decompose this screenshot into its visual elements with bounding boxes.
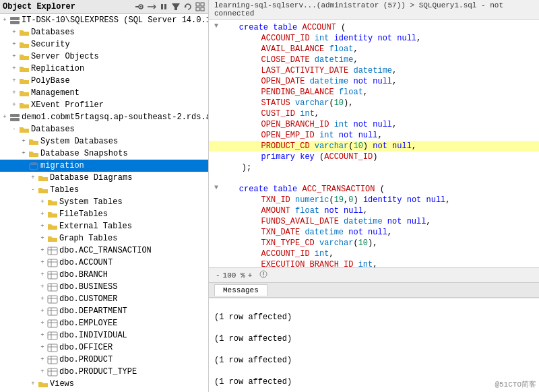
expand-btn[interactable]: + — [28, 379, 38, 389]
code-line: TXN_DATE datetime not null, — [209, 227, 539, 238]
expand-btn[interactable]: + — [38, 319, 47, 328]
tree-item-25[interactable]: + dbo.DEPARTMENT — [0, 305, 208, 317]
expand-btn[interactable]: + — [38, 294, 47, 304]
tree-item-28[interactable]: + dbo.OFFICER — [0, 341, 208, 354]
tree-item-label: dbo.ACC_TRANSACTION — [59, 246, 152, 255]
expand-btn[interactable]: + — [9, 76, 19, 86]
tree-item-27[interactable]: + dbo.INDIVIDUAL — [0, 329, 208, 341]
zoom-increase[interactable]: + — [247, 271, 254, 280]
message-line — [214, 387, 534, 392]
tree-item-14[interactable]: + Database Diagrams — [0, 172, 208, 184]
tree-item-3[interactable]: + Security — [0, 38, 208, 51]
tree-item-19[interactable]: + Graph Tables — [0, 232, 208, 244]
collapse-btn[interactable]: ▼ — [214, 184, 218, 191]
expand-btn[interactable]: + — [38, 197, 47, 207]
status-icon — [259, 269, 268, 281]
tree-item-16[interactable]: + System Tables — [0, 196, 208, 208]
tree-item-12[interactable]: + Database Snapshots — [0, 148, 208, 160]
explorer-toolbar — [134, 1, 205, 12]
expand-btn[interactable]: + — [9, 40, 19, 49]
tree-item-label: Replication — [31, 64, 84, 73]
expand-btn[interactable]: + — [38, 246, 47, 255]
expand-btn[interactable]: + — [9, 88, 19, 98]
folder-icon — [19, 125, 30, 134]
messages-tab[interactable]: Messages — [214, 284, 267, 296]
expand-btn[interactable]: + — [38, 367, 47, 377]
tree-item-20[interactable]: + dbo.ACC_TRANSACTION — [0, 244, 208, 257]
tree-item-17[interactable]: + FileTables — [0, 208, 208, 220]
svg-rect-45 — [48, 332, 57, 339]
code-line: FUNDS_AVAIL_DATE datetime not null, — [209, 216, 539, 227]
expand-btn[interactable]: + — [38, 282, 47, 292]
watermark: @51CTO简客 — [495, 379, 536, 389]
tree-item-11[interactable]: + System Databases — [0, 135, 208, 148]
code-line-content: create table ACC_TRANSACTION ( — [220, 184, 539, 195]
refresh-icon[interactable] — [183, 1, 193, 12]
expand-btn[interactable]: + — [19, 149, 28, 158]
svg-rect-51 — [48, 356, 57, 364]
code-editor[interactable]: ▼ create table ACCOUNT ( ACCOUNT_ID int … — [209, 20, 539, 267]
tree-item-2[interactable]: + Databases — [0, 26, 208, 38]
expand-btn[interactable]: + — [0, 112, 9, 122]
zoom-level: 100 % — [223, 271, 245, 280]
disconnect-icon[interactable] — [146, 1, 157, 12]
zoom-decrease[interactable]: - — [214, 271, 222, 280]
status-bar: - 100 % + — [209, 267, 539, 283]
tree-item-label: Graph Tables — [59, 234, 117, 243]
expand-btn[interactable]: + — [9, 28, 19, 37]
expand-btn[interactable]: + — [38, 234, 47, 243]
collapse-btn[interactable]: ▼ — [214, 22, 218, 30]
expand-btn[interactable]: - — [19, 161, 28, 170]
tree-item-10[interactable]: - Databases — [0, 123, 208, 135]
tree-item-29[interactable]: + dbo.PRODUCT — [0, 354, 208, 366]
expand-btn[interactable]: + — [38, 222, 47, 231]
tree-item-18[interactable]: + External Tables — [0, 220, 208, 232]
expand-btn[interactable]: + — [28, 173, 38, 183]
pause-icon[interactable] — [158, 1, 169, 12]
expand-btn[interactable]: + — [38, 355, 47, 364]
tree-item-23[interactable]: + dbo.BUSINESS — [0, 281, 208, 293]
collapse-icon[interactable] — [195, 1, 205, 12]
tree-item-label: dbo.BRANCH — [59, 270, 108, 280]
filter-icon[interactable] — [170, 1, 181, 12]
expand-btn[interactable]: - — [28, 185, 38, 195]
tree-item-8[interactable]: + XEvent Profiler — [0, 99, 208, 111]
expand-btn[interactable]: + — [38, 331, 47, 340]
expand-btn[interactable]: + — [9, 100, 19, 110]
tree-item-22[interactable]: + dbo.BRANCH — [0, 269, 208, 281]
expand-btn[interactable]: + — [38, 209, 47, 219]
tree-item-label: System Tables — [59, 197, 123, 207]
expand-btn[interactable]: + — [38, 343, 47, 352]
tree-item-6[interactable]: + PolyBase — [0, 75, 208, 87]
tree-item-15[interactable]: - Tables — [0, 184, 208, 196]
tree-item-9[interactable]: + demo1.cobmt5rtagsq.ap-southeast-2.rds.… — [0, 111, 208, 123]
tree-item-4[interactable]: + Server Objects — [0, 51, 208, 63]
code-line-content: STATUS varchar(10), — [222, 98, 539, 108]
tree-item-26[interactable]: + dbo.EMPLOYEE — [0, 317, 208, 329]
tree-item-21[interactable]: + dbo.ACCOUNT — [0, 257, 208, 269]
svg-point-23 — [30, 162, 38, 165]
expand-btn[interactable]: + — [0, 15, 9, 25]
tree-item-label: dbo.INDIVIDUAL — [59, 331, 127, 340]
tree-item-24[interactable]: + dbo.CUSTOMER — [0, 293, 208, 305]
tree-item-1[interactable]: + IT-DSK-10\SQLEXPRESS (SQL Server 14.0.… — [0, 14, 208, 26]
code-line-content: AMOUNT float not null, — [222, 205, 539, 216]
server-icon — [9, 113, 20, 122]
svg-rect-10 — [196, 3, 199, 6]
expand-btn[interactable]: + — [38, 258, 47, 267]
expand-btn[interactable]: + — [38, 306, 47, 316]
tree-item-13[interactable]: - migration — [0, 160, 208, 172]
tree-item-7[interactable]: + Management — [0, 87, 208, 99]
tree-item-5[interactable]: + Replication — [0, 63, 208, 75]
expand-btn[interactable]: - — [9, 125, 19, 134]
message-line: (1 row affected) — [214, 355, 534, 366]
expand-btn[interactable]: + — [38, 270, 47, 280]
expand-btn[interactable]: + — [19, 137, 28, 146]
tree-item-31[interactable]: + Views — [0, 378, 208, 390]
expand-btn[interactable]: + — [9, 64, 19, 73]
svg-point-21 — [17, 119, 18, 120]
tree-item-30[interactable]: + dbo.PRODUCT_TYPE — [0, 366, 208, 378]
expand-btn[interactable]: + — [9, 52, 19, 61]
connect-icon[interactable] — [134, 1, 145, 12]
code-line-content: ); — [222, 162, 539, 173]
